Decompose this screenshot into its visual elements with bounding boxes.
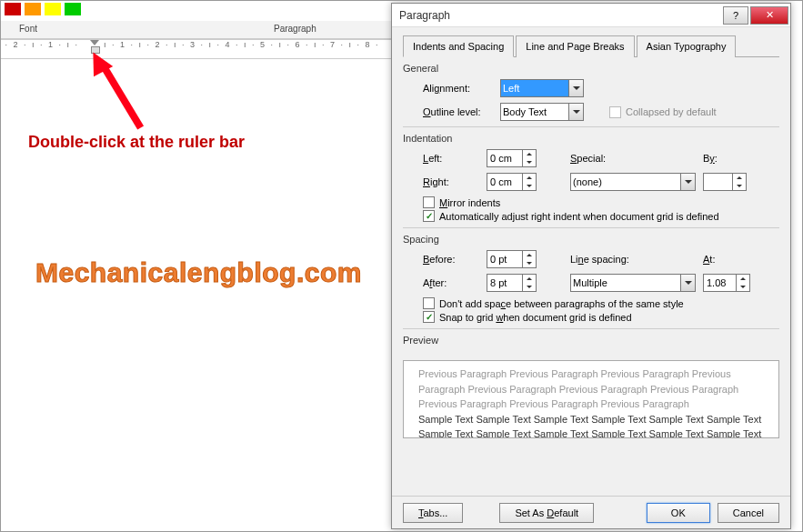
mirror-indents-checkbox[interactable] bbox=[423, 196, 435, 208]
preview-previous: Previous Paragraph Previous Paragraph Pr… bbox=[418, 366, 764, 412]
at-label: At: bbox=[703, 254, 715, 265]
tab-indents-spacing[interactable]: Indents and Spacing bbox=[403, 35, 514, 57]
indent-right-spin[interactable]: 0 cm bbox=[487, 173, 537, 191]
section-general: General bbox=[403, 63, 779, 74]
chevron-down-icon[interactable] bbox=[568, 80, 583, 96]
collapsed-label: Collapsed by default bbox=[626, 106, 717, 117]
dialog-tabs: Indents and Spacing Line and Page Breaks… bbox=[403, 35, 779, 57]
ribbon-group-paragraph: Paragraph bbox=[274, 24, 316, 34]
collapsed-checkbox bbox=[609, 106, 621, 118]
line-spacing-combo[interactable]: Multiple bbox=[570, 274, 696, 292]
preview-sample: Sample Text Sample Text Sample Text Samp… bbox=[418, 412, 764, 439]
dialog-title: Paragraph bbox=[399, 9, 450, 22]
mirror-indents-label: Mirror indents bbox=[439, 197, 500, 208]
dialog-titlebar[interactable]: Paragraph ? ✕ bbox=[392, 4, 790, 27]
dialog-button-row: Tabs... Set As Default OK Cancel bbox=[392, 496, 790, 528]
close-button[interactable]: ✕ bbox=[750, 6, 788, 25]
section-spacing: Spacing bbox=[403, 234, 779, 245]
line-spacing-label: Line spacing: bbox=[570, 254, 629, 265]
indent-left-spin[interactable]: 0 cm bbox=[487, 149, 537, 167]
alignment-label: Alignment: bbox=[423, 83, 500, 94]
horizontal-ruler[interactable]: · 2 · ı · 1 · ı · ı · 1 · ı · 2 · ı · 3 … bbox=[1, 39, 402, 59]
outline-level-combo[interactable]: Body Text bbox=[500, 103, 584, 121]
before-label: Before: bbox=[423, 254, 487, 265]
after-label: After: bbox=[423, 277, 487, 288]
special-label: Special: bbox=[570, 153, 661, 164]
watermark-text: Mechanicalengblog.com bbox=[35, 257, 362, 288]
ribbon-group-font: Font bbox=[19, 24, 37, 34]
preview-box: Previous Paragraph Previous Paragraph Pr… bbox=[403, 360, 779, 438]
document-page[interactable] bbox=[1, 59, 402, 531]
ok-button[interactable]: OK bbox=[647, 503, 710, 523]
indent-left-label: Left: bbox=[423, 153, 487, 164]
by-spin[interactable] bbox=[703, 173, 747, 191]
cancel-button[interactable]: Cancel bbox=[718, 503, 779, 523]
section-indentation: Indentation bbox=[403, 133, 779, 144]
chevron-down-icon[interactable] bbox=[680, 174, 695, 190]
indent-marker-icon[interactable] bbox=[90, 40, 99, 53]
chevron-down-icon[interactable] bbox=[680, 275, 695, 291]
at-spin[interactable]: 1.08 bbox=[703, 274, 750, 292]
chevron-down-icon[interactable] bbox=[568, 104, 583, 120]
ribbon-group-labels: Font Paragraph bbox=[1, 21, 402, 39]
auto-adjust-label: Automatically adjust right indent when d… bbox=[439, 211, 719, 222]
snap-grid-label: Snap to grid when document grid is defin… bbox=[439, 312, 632, 323]
outline-level-label: Outline level: bbox=[423, 106, 500, 117]
indent-right-label: Right: bbox=[423, 176, 487, 187]
snap-grid-checkbox[interactable] bbox=[423, 311, 435, 323]
paragraph-dialog: Paragraph ? ✕ Indents and Spacing Line a… bbox=[391, 3, 791, 529]
ribbon-swatches bbox=[5, 1, 402, 21]
tab-line-page-breaks[interactable]: Line and Page Breaks bbox=[516, 35, 634, 57]
after-spin[interactable]: 8 pt bbox=[487, 274, 537, 292]
auto-adjust-checkbox[interactable] bbox=[423, 210, 435, 222]
special-combo[interactable]: (none) bbox=[570, 173, 696, 191]
section-preview: Preview bbox=[403, 335, 779, 346]
annotation-text: Double-click at the ruler bar bbox=[28, 133, 245, 152]
before-spin[interactable]: 0 pt bbox=[487, 250, 537, 268]
set-default-button[interactable]: Set As Default bbox=[499, 503, 594, 523]
alignment-combo[interactable]: Left bbox=[500, 79, 584, 97]
dont-add-space-label: Don't add space between paragraphs of th… bbox=[439, 298, 684, 309]
by-label: By: bbox=[703, 153, 718, 164]
help-button[interactable]: ? bbox=[723, 6, 748, 25]
tab-asian-typography[interactable]: Asian Typography bbox=[637, 35, 737, 57]
tabs-button[interactable]: Tabs... bbox=[403, 503, 463, 523]
dont-add-space-checkbox[interactable] bbox=[423, 297, 435, 309]
